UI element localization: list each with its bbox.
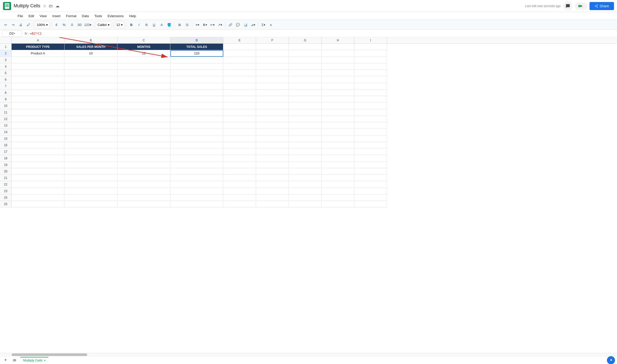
menu-data[interactable]: Data — [79, 13, 91, 19]
col-header-b[interactable]: B — [65, 37, 117, 43]
function-button[interactable]: Σ▾ — [260, 21, 267, 28]
menu-file[interactable]: File — [15, 13, 25, 19]
decimal-increase-button[interactable]: .00 — [76, 21, 83, 28]
font-size-select[interactable]: 12 ▾ — [115, 21, 125, 28]
cell-i2[interactable] — [354, 50, 387, 57]
cell-f1[interactable] — [256, 44, 289, 50]
sheet-tab[interactable]: Multiply Cells ▾ — [20, 357, 48, 363]
percent-button[interactable]: % — [60, 21, 68, 28]
italic-button[interactable]: I — [135, 21, 142, 28]
cell-c3[interactable] — [117, 57, 170, 63]
link-button[interactable]: 🔗 — [227, 21, 234, 28]
collapse-button[interactable]: ∧ — [267, 21, 274, 28]
col-header-h[interactable]: H — [322, 37, 354, 43]
toolbar-divider-5 — [126, 22, 126, 27]
cell-b2[interactable]: 10 — [65, 50, 117, 57]
fill-color-button[interactable]: 🪣 — [166, 21, 173, 28]
row-num-1[interactable]: 1 — [0, 44, 12, 50]
cell-b3[interactable] — [65, 57, 117, 63]
cell-e1[interactable] — [223, 44, 256, 50]
col-header-a[interactable]: A — [12, 37, 65, 43]
undo-button[interactable]: ↩ — [2, 21, 9, 28]
menu-edit[interactable]: Edit — [26, 13, 37, 19]
table-row: 11 — [0, 109, 617, 116]
cell-ref-value: D2 — [9, 32, 14, 35]
cell-e2[interactable] — [223, 50, 256, 57]
row-num-2[interactable]: 2 — [0, 50, 12, 57]
paint-format-button[interactable]: 🖊 — [25, 21, 32, 28]
strikethrough-button[interactable]: S — [143, 21, 150, 28]
cell-c2[interactable]: 12 — [117, 50, 170, 57]
svg-marker-1 — [581, 5, 582, 7]
bottom-bar: + Multiply Cells ▾ ✦ — [0, 356, 617, 364]
cell-h2[interactable] — [322, 50, 354, 57]
euro-button[interactable]: € — [53, 21, 60, 28]
col-header-e[interactable]: E — [223, 37, 256, 43]
cell-a2[interactable]: Product A — [12, 50, 65, 57]
cell-d1[interactable]: TOTAL SALES — [170, 44, 223, 50]
menu-view[interactable]: View — [37, 13, 49, 19]
table-row: 15 — [0, 135, 617, 142]
chat-button[interactable] — [563, 2, 572, 11]
merge-button[interactable]: ⊡ — [183, 21, 191, 28]
row-num-4[interactable]: 4 — [0, 63, 12, 70]
cell-g1[interactable] — [289, 44, 322, 50]
valign-button[interactable]: ⬍▾ — [201, 21, 208, 28]
cell-i1[interactable] — [354, 44, 387, 50]
col-header-i[interactable]: I — [354, 37, 387, 43]
print-button[interactable]: 🖨 — [17, 21, 24, 28]
menu-help[interactable]: Help — [127, 13, 138, 19]
align-button[interactable]: ≡▾ — [194, 21, 201, 28]
redo-button[interactable]: ↪ — [10, 21, 17, 28]
cloud-icon[interactable]: ☁ — [55, 4, 59, 8]
wrap-button[interactable]: ↵▾ — [209, 21, 216, 28]
chart-button[interactable]: 📊 — [242, 21, 249, 28]
cell-b1[interactable]: SALES PER MONTH — [65, 44, 117, 50]
formula-input[interactable] — [30, 31, 615, 37]
sheet-tab-dropdown[interactable]: ▾ — [44, 359, 45, 362]
cell-g2[interactable] — [289, 50, 322, 57]
borders-button[interactable]: ⊞ — [176, 21, 183, 28]
row-num-3[interactable]: 3 — [0, 57, 12, 63]
grid-wrapper[interactable]: A B C D E F G H I 1 PRODUCT TYPE SALES P… — [0, 37, 617, 353]
menu-extensions[interactable]: Extensions — [105, 13, 126, 19]
meet-button[interactable] — [575, 2, 587, 10]
col-header-g[interactable]: G — [289, 37, 322, 43]
menu-insert[interactable]: Insert — [50, 13, 63, 19]
add-sheet-button[interactable]: + — [2, 357, 9, 364]
cell-d2[interactable]: 120 — [170, 50, 223, 57]
col-header-f[interactable]: F — [256, 37, 289, 43]
star-icon[interactable]: ☆ — [43, 4, 46, 8]
share-button[interactable]: Share — [590, 2, 614, 10]
cell-a3[interactable] — [12, 57, 65, 63]
table-row: 1 PRODUCT TYPE SALES PER MONTH MONTHS TO… — [0, 44, 617, 50]
sheet-list-button[interactable] — [11, 357, 18, 364]
cell-c1[interactable]: MONTHS — [117, 44, 170, 50]
zoom-select[interactable]: 100% ▾ — [35, 21, 50, 28]
cell-d3[interactable] — [170, 57, 223, 63]
font-select[interactable]: Calibri ▾ — [96, 21, 111, 28]
underline-button[interactable]: U — [150, 21, 158, 28]
cell-reference-box[interactable]: D2 ▾ — [2, 31, 22, 37]
text-color-button[interactable]: A — [158, 21, 165, 28]
cell-f2[interactable] — [256, 50, 289, 57]
document-title[interactable]: Multiply Cells — [14, 3, 40, 9]
cell-ref-dropdown[interactable]: ▾ — [14, 32, 15, 35]
table-row: 14 — [0, 129, 617, 135]
rotate-button[interactable]: ↗▾ — [217, 21, 224, 28]
filter-button[interactable]: ⊿▾ — [250, 21, 257, 28]
col-header-c[interactable]: C — [117, 37, 170, 43]
format-number-button[interactable]: 123▾ — [83, 21, 92, 28]
col-header-d[interactable]: D — [170, 37, 223, 43]
folder-icon[interactable]: 🗁 — [49, 4, 53, 8]
comment-button[interactable]: 💬 — [234, 21, 241, 28]
menu-format[interactable]: Format — [64, 13, 79, 19]
menu-tools[interactable]: Tools — [92, 13, 104, 19]
cell-h1[interactable] — [322, 44, 354, 50]
bold-button[interactable]: B — [128, 21, 135, 28]
decimal-decrease-button[interactable]: .0 — [68, 21, 75, 28]
explore-button[interactable]: ✦ — [607, 356, 615, 364]
horizontal-scrollbar[interactable] — [0, 353, 617, 356]
table-row: 23 — [0, 188, 617, 194]
cell-a1[interactable]: PRODUCT TYPE — [12, 44, 65, 50]
